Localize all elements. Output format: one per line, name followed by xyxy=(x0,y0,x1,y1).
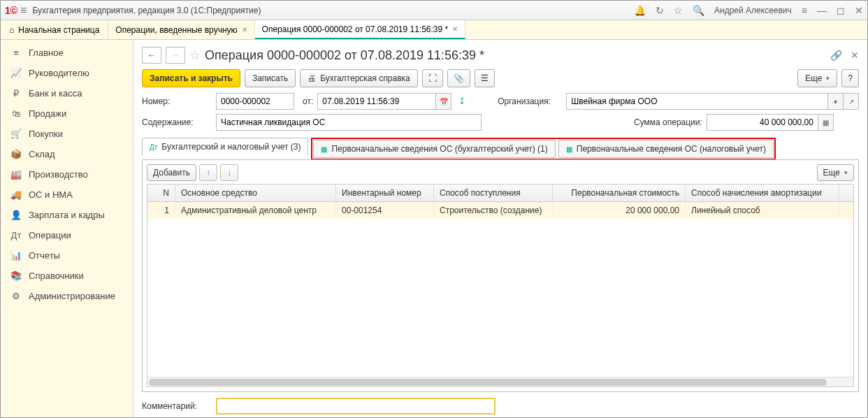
table-row[interactable]: 1 Административный деловой центр 00-0012… xyxy=(147,202,853,219)
dropdown-icon[interactable]: ▾ xyxy=(828,93,844,110)
tab-operations[interactable]: Операции, введенные вручную ✕ xyxy=(108,20,254,39)
sidebar-item-0[interactable]: ≡Главное xyxy=(1,43,133,63)
open-icon[interactable]: ↗ xyxy=(844,93,859,110)
star-icon[interactable]: ☆ xyxy=(674,5,683,16)
close-page-icon[interactable]: ✕ xyxy=(851,50,859,61)
table-icon: ▦ xyxy=(321,145,327,153)
link-icon[interactable]: 🔗 xyxy=(830,50,842,61)
horizontal-scrollbar[interactable] xyxy=(147,377,853,387)
col-amort[interactable]: Способ начисления амортизации xyxy=(686,185,839,201)
sidebar-item-9[interactable]: ДтОперации xyxy=(1,225,133,245)
tab-home[interactable]: ⌂ Начальная страница xyxy=(1,20,108,39)
table-icon: Дт xyxy=(150,143,157,151)
number-input[interactable] xyxy=(216,93,294,110)
nav-forward-button[interactable]: → xyxy=(166,47,185,64)
sidebar-item-8[interactable]: 👤Зарплата и кадры xyxy=(1,205,133,225)
sidebar-icon: 📦 xyxy=(10,149,22,159)
user-name[interactable]: Андрей Алексеевич xyxy=(714,6,792,15)
close-icon[interactable]: ✕ xyxy=(855,5,863,16)
cell-amort: Линейный способ xyxy=(686,202,839,219)
move-up-button[interactable]: ↑ xyxy=(199,164,217,181)
search-icon[interactable]: 🔍 xyxy=(693,5,704,16)
history-icon[interactable]: ↻ xyxy=(656,5,664,16)
list-button[interactable]: ☰ xyxy=(475,69,495,87)
col-n[interactable]: N xyxy=(147,185,175,201)
sidebar-icon: ₽ xyxy=(10,88,22,99)
col-inv[interactable]: Инвентарный номер xyxy=(336,185,434,201)
sidebar-item-4[interactable]: 🛒Покупки xyxy=(1,124,133,144)
refresh-icon[interactable]: ↧ xyxy=(458,96,465,106)
save-button[interactable]: Записать xyxy=(245,69,296,87)
tab-home-label: Начальная страница xyxy=(18,25,99,35)
sidebar-item-7[interactable]: 🚚ОС и НМА xyxy=(1,185,133,205)
date-input[interactable] xyxy=(317,93,436,110)
sidebar-icon: 🛒 xyxy=(10,129,22,139)
content-input[interactable] xyxy=(216,114,482,131)
more-button[interactable]: Еще▾ xyxy=(797,69,837,87)
sidebar-icon: 📈 xyxy=(10,68,22,78)
comment-label: Комментарий: xyxy=(142,401,212,411)
tab-current-doc[interactable]: Операция 0000-000002 от 07.08.2019 11:56… xyxy=(255,20,466,39)
calendar-icon[interactable]: 📅 xyxy=(436,93,451,110)
page-title: Операция 0000-000002 от 07.08.2019 11:56… xyxy=(205,48,826,63)
close-icon[interactable]: ✕ xyxy=(242,26,247,34)
move-down-button[interactable]: ↓ xyxy=(220,164,238,181)
title-bar: 1© ≡ Бухгалтерия предприятия, редакция 3… xyxy=(1,1,867,20)
sidebar-item-10[interactable]: 📊Отчеты xyxy=(1,245,133,266)
data-grid: N Основное средство Инвентарный номер Сп… xyxy=(147,184,854,387)
col-method[interactable]: Способ поступления xyxy=(434,185,553,201)
sidebar-icon: 🏭 xyxy=(10,169,22,180)
sidebar-item-11[interactable]: 📚Справочники xyxy=(1,266,133,286)
cell-inv: 00-001254 xyxy=(336,202,434,219)
sidebar-icon: 📊 xyxy=(10,250,22,261)
nav-back-button[interactable]: ← xyxy=(142,47,161,64)
sidebar-item-12[interactable]: ⚙Администрирование xyxy=(1,286,133,306)
maximize-icon[interactable]: ◻ xyxy=(837,5,845,16)
sidebar-item-label: Зарплата и кадры xyxy=(29,210,105,220)
tree-button[interactable]: ⛶ xyxy=(422,69,443,87)
comment-input[interactable] xyxy=(216,398,496,415)
accounting-ref-button[interactable]: 🖨Бухгалтерская справка xyxy=(300,69,418,87)
sidebar-item-3[interactable]: 🛍Продажи xyxy=(1,103,133,124)
from-label: от: xyxy=(303,96,313,106)
user-menu-icon[interactable]: ≡ xyxy=(802,5,807,16)
close-icon[interactable]: ✕ xyxy=(452,25,458,33)
org-input[interactable] xyxy=(566,93,828,110)
tab-label: Операции, введенные вручную xyxy=(115,25,237,35)
sidebar-item-label: Банк и касса xyxy=(29,88,82,99)
print-icon: 🖨 xyxy=(308,73,316,83)
sidebar-item-2[interactable]: ₽Банк и касса xyxy=(1,83,133,103)
app-logo: 1© xyxy=(5,5,17,16)
sidebar-item-label: Руководителю xyxy=(29,68,89,78)
sidebar-item-label: Производство xyxy=(29,169,88,180)
tab-label: Операция 0000-000002 от 07.08.2019 11:56… xyxy=(262,24,449,34)
doc-tab-accounting[interactable]: Дт Бухгалтерский и налоговый учет (3) xyxy=(142,138,308,156)
sidebar-item-label: Справочники xyxy=(29,271,84,281)
favorite-icon[interactable]: ☆ xyxy=(189,48,201,63)
sidebar-item-label: Отчеты xyxy=(29,250,60,261)
add-row-button[interactable]: Добавить xyxy=(147,164,196,181)
sum-input[interactable] xyxy=(707,114,818,131)
cell-cost: 20 000 000,00 xyxy=(553,202,686,219)
grid-more-button[interactable]: Еще▾ xyxy=(817,164,854,181)
content-label: Содержание: xyxy=(142,117,212,127)
col-asset[interactable]: Основное средство xyxy=(175,185,336,201)
save-close-button[interactable]: Записать и закрыть xyxy=(142,69,240,87)
doc-tab-os-bu[interactable]: ▦ Первоначальные сведения ОС (бухгалтерс… xyxy=(313,140,555,158)
bell-icon[interactable]: 🔔 xyxy=(634,5,646,16)
sidebar-item-label: Главное xyxy=(29,48,64,58)
sidebar-item-6[interactable]: 🏭Производство xyxy=(1,164,133,185)
sidebar-item-5[interactable]: 📦Склад xyxy=(1,144,133,164)
minimize-icon[interactable]: — xyxy=(817,5,827,16)
calc-icon[interactable]: ▦ xyxy=(818,114,834,131)
sidebar-item-1[interactable]: 📈Руководителю xyxy=(1,63,133,83)
sidebar-item-label: Покупки xyxy=(29,129,63,139)
help-button[interactable]: ? xyxy=(841,69,859,87)
hamburger-icon[interactable]: ≡ xyxy=(20,4,27,17)
highlighted-tabs: ▦ Первоначальные сведения ОС (бухгалтерс… xyxy=(311,138,775,160)
sidebar-item-label: Склад xyxy=(29,149,55,159)
col-cost[interactable]: Первоначальная стоимость xyxy=(553,185,686,201)
cell-method: Строительство (создание) xyxy=(434,202,553,219)
attach-button[interactable]: 📎 xyxy=(447,69,470,87)
doc-tab-os-nu[interactable]: ▦ Первоначальные сведения ОС (налоговый … xyxy=(558,140,774,158)
